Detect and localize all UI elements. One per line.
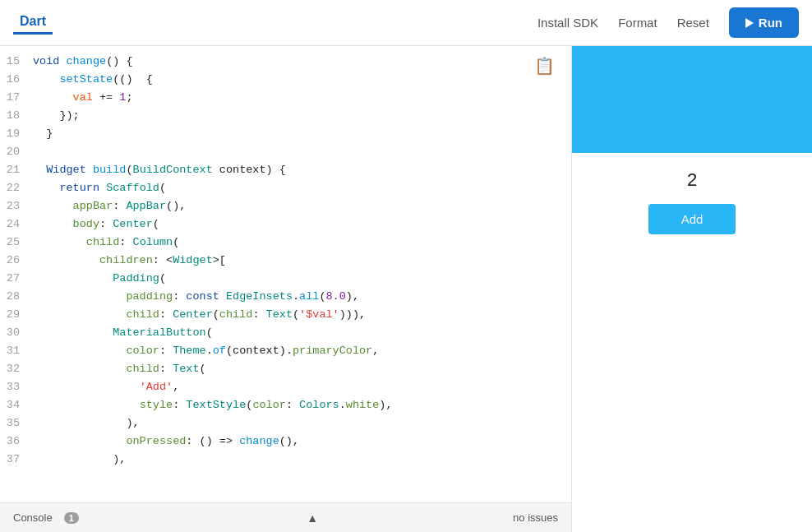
line-number: 26	[0, 252, 33, 270]
code-line: 31 color: Theme.of(context).primaryColor…	[0, 342, 571, 360]
editor-panel: 📋 15void change() {16 setState(() {17 va…	[0, 46, 572, 532]
code-line: 35 ),	[0, 414, 571, 433]
line-content: return Scaffold(	[33, 179, 571, 197]
reset-button[interactable]: Reset	[677, 16, 709, 30]
line-number: 17	[0, 89, 33, 107]
code-line: 36 onPressed: () => change(),	[0, 433, 571, 451]
dart-tab[interactable]: Dart	[13, 11, 53, 35]
install-sdk-link[interactable]: Install SDK	[537, 16, 598, 30]
code-line: 19 }	[0, 125, 571, 143]
line-content: val += 1;	[33, 89, 571, 107]
code-line: 27 Padding(	[0, 270, 571, 288]
code-editor[interactable]: 📋 15void change() {16 setState(() {17 va…	[0, 46, 571, 502]
line-number: 31	[0, 342, 33, 360]
line-content: void change() {	[33, 53, 571, 71]
output-panel: 2 Add	[572, 46, 812, 532]
console-badge: 1	[64, 512, 79, 524]
line-number: 36	[0, 433, 33, 451]
line-number: 27	[0, 270, 33, 288]
format-button[interactable]: Format	[618, 16, 657, 30]
line-content: setState(() {	[33, 71, 571, 89]
code-line: 16 setState(() {	[0, 71, 571, 89]
line-number: 22	[0, 179, 33, 197]
console-chevron-icon[interactable]: ▲	[307, 511, 318, 525]
code-line: 17 val += 1;	[0, 89, 571, 107]
app-header: Dart Install SDK Format Reset Run	[0, 0, 812, 46]
line-number: 37	[0, 451, 33, 469]
line-content: onPressed: () => change(),	[33, 433, 571, 451]
bottom-bar: Console 1 ▲ no issues	[0, 502, 571, 532]
line-number: 32	[0, 360, 33, 378]
line-number: 30	[0, 324, 33, 342]
line-content: MaterialButton(	[33, 324, 571, 342]
code-lines: 15void change() {16 setState(() {17 val …	[0, 53, 571, 469]
issues-label: no issues	[513, 511, 558, 524]
line-content: appBar: AppBar(),	[33, 197, 571, 215]
code-line: 25 child: Column(	[0, 234, 571, 252]
line-content: padding: const EdgeInsets.all(8.0),	[33, 288, 571, 306]
line-number: 33	[0, 378, 33, 396]
output-value: 2	[687, 169, 697, 191]
code-line: 33 'Add',	[0, 378, 571, 396]
line-number: 16	[0, 71, 33, 89]
line-number: 35	[0, 414, 33, 433]
line-content: });	[33, 107, 571, 125]
line-content: Widget build(BuildContext context) {	[33, 161, 571, 179]
code-line: 29 child: Center(child: Text('$val'))),	[0, 306, 571, 324]
line-number: 23	[0, 197, 33, 215]
code-line: 28 padding: const EdgeInsets.all(8.0),	[0, 288, 571, 306]
console-label: Console	[13, 511, 53, 524]
header-actions: Install SDK Format Reset Run	[537, 7, 799, 38]
line-content: child: Column(	[33, 234, 571, 252]
run-label: Run	[759, 16, 782, 30]
line-number: 29	[0, 306, 33, 324]
line-content: body: Center(	[33, 215, 571, 234]
line-number: 19	[0, 125, 33, 143]
line-content: color: Theme.of(context).primaryColor,	[33, 342, 571, 360]
line-number: 34	[0, 396, 33, 414]
line-number: 21	[0, 161, 33, 179]
main-content: 📋 15void change() {16 setState(() {17 va…	[0, 46, 812, 532]
code-line: 15void change() {	[0, 53, 571, 71]
add-button[interactable]: Add	[648, 204, 736, 234]
line-number: 15	[0, 53, 33, 71]
code-line: 20	[0, 143, 571, 161]
code-line: 32 child: Text(	[0, 360, 571, 378]
code-line: 23 appBar: AppBar(),	[0, 197, 571, 215]
code-line: 26 children: <Widget>[	[0, 252, 571, 270]
line-content: }	[33, 125, 571, 143]
line-number: 20	[0, 143, 33, 161]
line-content: Padding(	[33, 270, 571, 288]
console-section: Console 1 ▲	[0, 511, 331, 525]
line-content: child: Center(child: Text('$val'))),	[33, 306, 571, 324]
code-line: 24 body: Center(	[0, 215, 571, 234]
line-content: style: TextStyle(color: Colors.white),	[33, 396, 571, 414]
line-number: 18	[0, 107, 33, 125]
run-button[interactable]: Run	[729, 7, 799, 38]
code-line: 22 return Scaffold(	[0, 179, 571, 197]
output-preview-area	[572, 46, 812, 153]
line-content: ),	[33, 414, 571, 433]
code-line: 18 });	[0, 107, 571, 125]
line-content: ),	[33, 451, 571, 469]
line-number: 24	[0, 215, 33, 234]
copy-button[interactable]: 📋	[534, 56, 555, 76]
line-number: 28	[0, 288, 33, 306]
line-content: children: <Widget>[	[33, 252, 571, 270]
code-line: 30 MaterialButton(	[0, 324, 571, 342]
line-content: 'Add',	[33, 378, 571, 396]
output-content: 2 Add	[572, 153, 812, 532]
line-content: child: Text(	[33, 360, 571, 378]
issues-section: no issues	[331, 511, 571, 524]
code-line: 21 Widget build(BuildContext context) {	[0, 161, 571, 179]
code-line: 34 style: TextStyle(color: Colors.white)…	[0, 396, 571, 414]
play-icon	[745, 18, 754, 28]
code-line: 37 ),	[0, 451, 571, 469]
line-number: 25	[0, 234, 33, 252]
